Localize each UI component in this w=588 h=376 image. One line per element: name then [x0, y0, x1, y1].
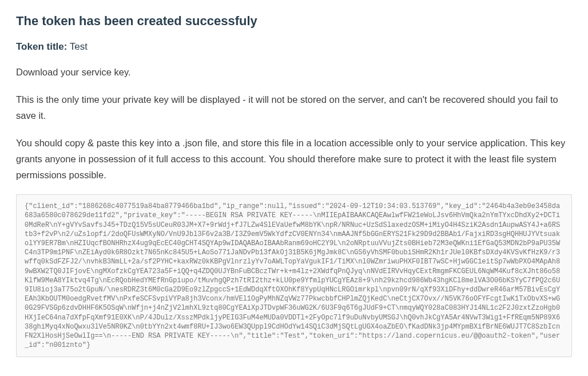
- token-title-value: Test: [70, 41, 88, 52]
- warning-paragraph: This is the only time your private key w…: [16, 91, 572, 123]
- token-title-label: Token title:: [16, 41, 67, 52]
- service-key-content[interactable]: {"client_id":"1886268c4077519a84ba877946…: [16, 194, 572, 357]
- page-heading: The token has been created successfuly: [16, 14, 572, 29]
- download-paragraph: Download your service key.: [16, 64, 572, 80]
- instructions-paragraph: You should copy & paste this key into a …: [16, 135, 572, 183]
- token-title-row: Token title: Test: [16, 41, 572, 53]
